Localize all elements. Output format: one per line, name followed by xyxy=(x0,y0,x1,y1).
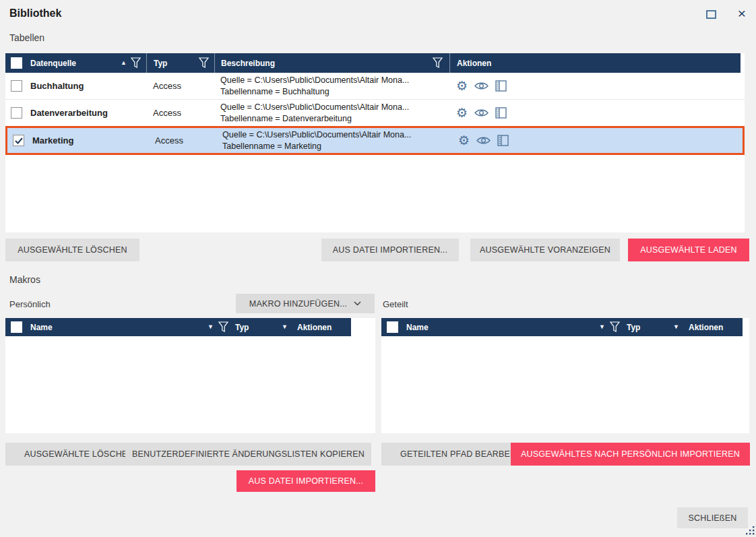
filter-icon[interactable] xyxy=(199,57,209,69)
table-row-datenverarbeitung[interactable]: Datenverarbeitung Access Quelle = C:\Use… xyxy=(5,100,745,127)
column-header-typ[interactable]: Typ xyxy=(235,323,249,332)
column-header-datenquelle[interactable]: Datenquelle xyxy=(30,59,76,68)
select-all-checkbox[interactable] xyxy=(387,321,398,333)
row-tabellenname: Tabellenname = Marketing xyxy=(222,141,411,152)
row-checkbox-checked[interactable] xyxy=(13,135,24,146)
column-header-aktionen: Aktionen xyxy=(689,323,743,332)
table-view-icon[interactable] xyxy=(497,135,509,146)
settings-gear-icon[interactable]: ⚙ xyxy=(458,134,470,147)
column-header-beschreibung[interactable]: Beschreibung xyxy=(221,59,275,68)
geteilt-table-header: Name ▼ Typ ▼ Aktionen xyxy=(381,318,743,336)
makro-hinzufuegen-button[interactable]: MAKRO HINZUFÜGEN... xyxy=(236,294,375,313)
geteilten-pfad-bearbeiten-button[interactable]: GETEILTEN PFAD BEARBEITEN xyxy=(381,443,511,466)
sort-descending-icon[interactable]: ▼ xyxy=(282,324,288,330)
persoenlich-label: Persönlich xyxy=(9,299,51,309)
tabellen-table-header: Datenquelle ▲ Typ Beschreibung Aktionen xyxy=(5,53,741,73)
column-header-name[interactable]: Name xyxy=(406,323,429,332)
preview-eye-icon[interactable] xyxy=(474,108,489,118)
column-header-aktionen: Aktionen xyxy=(457,59,491,68)
makros-section-label: Makros xyxy=(9,274,40,285)
column-header-name[interactable]: Name xyxy=(30,323,53,332)
filter-icon[interactable] xyxy=(131,57,141,69)
select-all-checkbox[interactable] xyxy=(11,57,22,69)
row-name: Marketing xyxy=(32,135,73,146)
makro-ausgewaehlte-loeschen-button[interactable]: AUSGEWÄHLTE LÖSCHEN xyxy=(5,443,125,466)
persoenlich-makros-table: Name ▼ Typ ▼ Aktionen xyxy=(5,318,375,433)
ausgewaehlte-loeschen-button[interactable]: AUSGEWÄHLTE LÖSCHEN xyxy=(5,239,139,261)
settings-gear-icon[interactable]: ⚙ xyxy=(456,80,468,92)
aenderungslisten-kopieren-button[interactable]: BENUTZERDEFINIERTE ÄNDERUNGSLISTEN KOPIE… xyxy=(125,443,371,466)
row-typ: Access xyxy=(153,81,181,91)
table-view-icon[interactable] xyxy=(495,80,507,92)
makro-hinzufuegen-label: MAKRO HINZUFÜGEN... xyxy=(249,299,347,309)
sort-descending-icon[interactable]: ▼ xyxy=(673,324,679,330)
row-quelle: Quelle = C:\Users\Public\Documents\Altai… xyxy=(220,75,409,86)
row-typ: Access xyxy=(153,108,181,118)
geteilt-makros-table: Name ▼ Typ ▼ Aktionen xyxy=(381,318,749,433)
table-row-buchhaltung[interactable]: Buchhaltung Access Quelle = C:\Users\Pub… xyxy=(5,73,745,100)
row-tabellenname: Tabellenname = Datenverarbeitung xyxy=(220,113,409,125)
chevron-down-icon xyxy=(354,301,361,306)
sort-descending-icon[interactable]: ▼ xyxy=(208,324,214,330)
column-header-typ[interactable]: Typ xyxy=(627,323,640,332)
makro-aus-datei-importieren-button[interactable]: AUS DATEI IMPORTIEREN... xyxy=(237,470,375,492)
row-checkbox[interactable] xyxy=(11,107,22,119)
row-typ: Access xyxy=(155,135,183,146)
ausgewaehlte-laden-button[interactable]: AUSGEWÄHLTE LADEN xyxy=(628,239,749,261)
tabellen-section-label: Tabellen xyxy=(9,32,44,43)
row-tabellenname: Tabellenname = Buchhaltung xyxy=(220,86,409,98)
dialog-title: Bibliothek xyxy=(9,7,61,20)
table-view-icon[interactable] xyxy=(495,107,507,119)
maximize-icon[interactable] xyxy=(706,10,716,19)
geteilt-label: Geteilt xyxy=(383,299,408,309)
sort-descending-icon[interactable]: ▼ xyxy=(599,324,605,330)
preview-eye-icon[interactable] xyxy=(476,135,491,146)
tabellen-table: Datenquelle ▲ Typ Beschreibung Aktionen … xyxy=(5,53,745,232)
settings-gear-icon[interactable]: ⚙ xyxy=(456,106,468,119)
column-header-aktionen: Aktionen xyxy=(297,323,351,332)
filter-icon[interactable] xyxy=(610,321,620,333)
filter-icon[interactable] xyxy=(218,321,228,333)
row-checkbox[interactable] xyxy=(11,80,22,92)
filter-icon[interactable] xyxy=(433,57,443,69)
schliessen-button[interactable]: SCHLIEßEN xyxy=(677,507,748,528)
nach-persoenlich-importieren-button[interactable]: AUSGEWÄHLTES NACH PERSÖNLICH IMPORTIEREN xyxy=(511,443,750,466)
aus-datei-importieren-button[interactable]: AUS DATEI IMPORTIEREN... xyxy=(321,239,459,261)
row-quelle: Quelle = C:\Users\Public\Documents\Altai… xyxy=(222,129,411,141)
persoenlich-table-header: Name ▼ Typ ▼ Aktionen xyxy=(5,318,351,336)
ausgewaehlte-voranzeigen-button[interactable]: AUSGEWÄHLTE VORANZEIGEN xyxy=(470,239,620,261)
preview-eye-icon[interactable] xyxy=(474,81,489,91)
sort-ascending-icon[interactable]: ▲ xyxy=(121,60,127,66)
resize-grip[interactable] xyxy=(746,526,755,535)
row-name: Buchhaltung xyxy=(30,81,84,91)
select-all-checkbox[interactable] xyxy=(11,321,22,333)
table-row-marketing-selected[interactable]: Marketing Access Quelle = C:\Users\Publi… xyxy=(5,126,745,155)
column-header-typ[interactable]: Typ xyxy=(154,59,167,68)
close-icon[interactable]: × xyxy=(733,4,751,23)
bibliothek-dialog: { "window": { "title": "Bibliothek" }, "… xyxy=(0,0,756,537)
row-name: Datenverarbeitung xyxy=(30,108,108,118)
row-quelle: Quelle = C:\Users\Public\Documents\Altai… xyxy=(220,102,409,113)
